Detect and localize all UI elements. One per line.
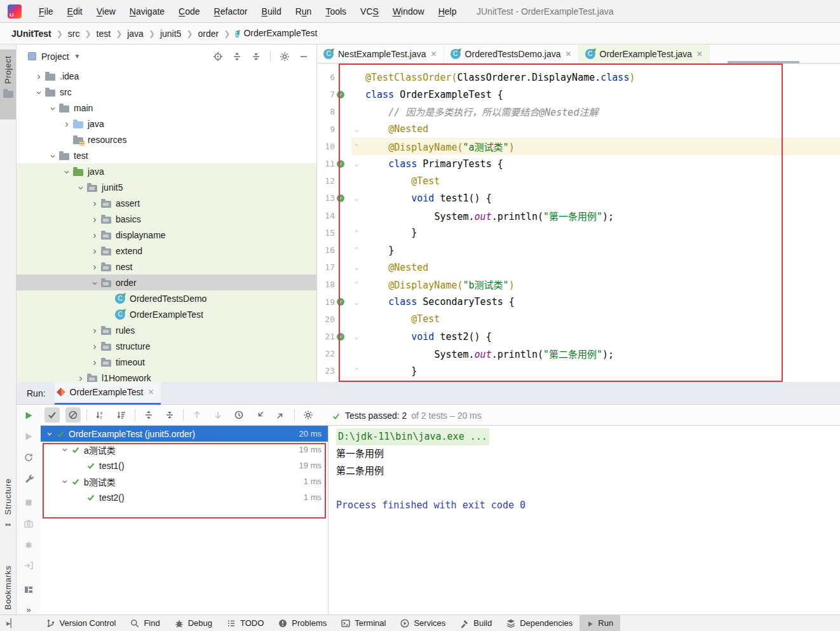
close-icon[interactable]: ✕: [148, 388, 154, 397]
breadcrumb-item[interactable]: COrderExampleTest: [235, 28, 317, 39]
breadcrumb-item[interactable]: test: [97, 29, 111, 39]
menu-run[interactable]: Run: [288, 6, 319, 17]
tree-item-java[interactable]: java: [17, 116, 316, 132]
stop-button[interactable]: [24, 497, 34, 507]
breadcrumb-item[interactable]: order: [198, 29, 219, 39]
code-line-11[interactable]: 11 ✓ ⌄ class PrimaryTests {: [317, 155, 840, 172]
tree-item-extend[interactable]: extend: [17, 243, 316, 259]
tool-window-button-build[interactable]: Build: [452, 615, 499, 631]
auto-test-button[interactable]: [24, 452, 34, 462]
chevron-right-icon[interactable]: [89, 214, 100, 224]
tool-window-button-problems[interactable]: Problems: [271, 615, 334, 631]
menu-navigate[interactable]: Navigate: [123, 6, 172, 17]
run-test-gutter-icon[interactable]: ✓: [335, 194, 346, 202]
chevron-down-icon[interactable]: [47, 151, 58, 161]
breadcrumb-item[interactable]: JUnitTest: [11, 29, 51, 39]
code-line-15[interactable]: 15 ⌃ }: [317, 224, 840, 241]
attach-button[interactable]: [24, 560, 34, 570]
breadcrumb-item[interactable]: junit5: [160, 29, 181, 39]
tree-item-java[interactable]: java: [17, 163, 316, 179]
fold-marker-icon[interactable]: ⌃: [351, 367, 362, 375]
code-line-7[interactable]: 7 ✓ class OrderExampleTest {: [317, 86, 840, 103]
chevron-right-icon[interactable]: [33, 71, 44, 81]
collapse-all-button[interactable]: [251, 51, 261, 62]
settings-button[interactable]: [301, 407, 316, 423]
chevron-right-icon[interactable]: [89, 341, 100, 351]
tree-item-structure[interactable]: structure: [17, 338, 316, 354]
fold-marker-icon[interactable]: ⌃: [351, 229, 362, 237]
tree-item-displayname[interactable]: displayname: [17, 227, 316, 243]
fold-marker-icon[interactable]: ⌄: [351, 125, 362, 133]
tool-window-button-debug[interactable]: Debug: [167, 615, 219, 631]
chevron-right-icon[interactable]: [89, 325, 100, 336]
thread-dump-button[interactable]: [24, 518, 34, 528]
history-button[interactable]: [231, 407, 247, 423]
menu-file[interactable]: File: [32, 6, 60, 17]
layout-button[interactable]: [24, 584, 34, 594]
test-result-a测试类[interactable]: a测试类 19 ms: [41, 442, 328, 458]
locate-button[interactable]: [213, 51, 223, 62]
arrow-up-button[interactable]: [189, 407, 205, 423]
code-line-10[interactable]: 10 ⌃ @DisplayName("a测试类"): [317, 138, 840, 155]
chevron-right-icon[interactable]: [89, 246, 100, 256]
fold-marker-icon[interactable]: ⌄: [351, 298, 362, 306]
code-line-19[interactable]: 19 ✓ ⌄ class SecondaryTests {: [317, 294, 840, 311]
chevron-right-icon[interactable]: [89, 198, 100, 208]
tree-item-order[interactable]: order: [17, 275, 316, 290]
menu-view[interactable]: View: [90, 6, 123, 17]
project-view-selector[interactable]: Project: [41, 51, 69, 62]
tree-item-test[interactable]: test: [17, 147, 316, 163]
run-test-gutter-icon[interactable]: ✓: [335, 91, 346, 98]
editor-tab-NestExampleTest.java[interactable]: C NestExampleTest.java ✕: [317, 44, 444, 63]
tool-window-button-find[interactable]: Find: [123, 615, 166, 631]
chevron-right-icon[interactable]: [61, 119, 72, 129]
code-line-16[interactable]: 16 ⌃ }: [317, 241, 840, 259]
test-settings-button[interactable]: [24, 473, 34, 483]
run-test-gutter-icon[interactable]: ✓: [335, 333, 346, 341]
fold-marker-icon[interactable]: ⌃: [351, 280, 362, 288]
tree-item-nest[interactable]: nest: [17, 259, 316, 275]
code-line-21[interactable]: 21 ✓ ⌄ void test2() {: [317, 328, 840, 345]
tree-item-junit5[interactable]: junit5: [17, 179, 316, 195]
code-line-14[interactable]: 14 System.out.println("第一条用例");: [317, 207, 840, 224]
tree-item-OrderExampleTest[interactable]: C OrderExampleTest: [17, 306, 316, 322]
close-icon[interactable]: ✕: [566, 50, 572, 58]
arrow-down-button[interactable]: [210, 407, 226, 423]
fold-marker-icon[interactable]: ⌄: [351, 332, 362, 341]
breadcrumb-item[interactable]: java: [127, 29, 144, 39]
chevron-down-icon[interactable]: [60, 477, 70, 485]
chevron-down-icon[interactable]: [61, 166, 72, 177]
run-test-gutter-icon[interactable]: ✓: [335, 298, 346, 306]
chevron-down-icon[interactable]: [89, 278, 100, 288]
tree-item-.idea[interactable]: .idea: [17, 68, 316, 84]
menu-code[interactable]: Code: [172, 6, 207, 17]
code-line-8[interactable]: 8 // 因为是多类执行，所以需要结合@Nested注解: [317, 103, 840, 120]
fold-marker-icon[interactable]: ⌃: [351, 142, 362, 151]
tree-item-l1Homework[interactable]: l1Homework: [17, 370, 316, 382]
test-result-b测试类[interactable]: b测试类 1 ms: [41, 473, 328, 489]
run-test-gutter-icon[interactable]: ✓: [335, 160, 346, 168]
tree-item-OrderedTestsDemo[interactable]: C OrderedTestsDemo: [17, 290, 316, 306]
tool-window-button-run[interactable]: Run: [579, 615, 620, 631]
chevron-right-icon[interactable]: [89, 262, 100, 272]
code-line-13[interactable]: 13 ✓ ⌄ void test1() {: [317, 189, 840, 207]
tool-window-button-dependencies[interactable]: Dependencies: [499, 615, 579, 631]
stripe-button-project[interactable]: Project: [0, 50, 16, 119]
code-line-12[interactable]: 12 @Test: [317, 172, 840, 189]
chevron-down-icon[interactable]: [44, 430, 55, 437]
code-editor[interactable]: 6 @TestClassOrder(ClassOrderer.DisplayNa…: [317, 64, 840, 382]
menu-edit[interactable]: Edit: [60, 6, 90, 17]
rerun-failed-button[interactable]: [24, 431, 34, 441]
fold-marker-icon[interactable]: ⌄: [351, 194, 362, 202]
chevron-down-icon[interactable]: [47, 103, 58, 113]
fold-marker-icon[interactable]: ⌄: [351, 263, 362, 271]
tree-item-timeout[interactable]: timeout: [17, 354, 316, 370]
code-line-17[interactable]: 17 ⌄ @Nested: [317, 259, 840, 276]
code-line-22[interactable]: 22 System.out.println("第二条用例");: [317, 345, 840, 362]
tree-item-rules[interactable]: rules: [17, 322, 316, 338]
tree-item-resources[interactable]: resources: [17, 132, 316, 147]
tree-item-main[interactable]: main: [17, 100, 316, 116]
code-line-20[interactable]: 20 @Test: [317, 311, 840, 328]
editor-tab-OrderedTestsDemo.java[interactable]: C OrderedTestsDemo.java ✕: [444, 44, 579, 63]
code-line-18[interactable]: 18 ⌃ @DisplayName("b测试类"): [317, 276, 840, 293]
